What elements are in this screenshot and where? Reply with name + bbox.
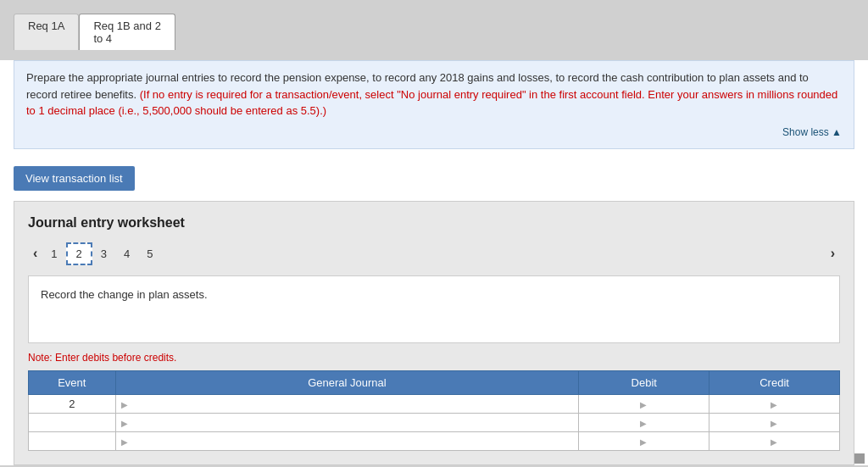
- table-row: 2: [29, 394, 840, 413]
- event-cell-3: [29, 431, 116, 450]
- tab-req1b-label: Req 1B and 2to 4: [93, 19, 161, 45]
- worksheet-title: Journal entry worksheet: [28, 215, 840, 231]
- table-row: [29, 413, 840, 431]
- page-2[interactable]: 2: [66, 242, 92, 265]
- col-general-journal: General Journal: [115, 370, 579, 394]
- note-text: Note: Enter debits before credits.: [28, 352, 840, 364]
- tabs-container: Req 1A Req 1B and 2to 4: [0, 7, 868, 50]
- view-transaction-button[interactable]: View transaction list: [14, 166, 135, 191]
- record-description-box: Record the change in plan assets.: [28, 275, 840, 343]
- page-1[interactable]: 1: [42, 244, 65, 264]
- instruction-box: Prepare the appropriate journal entries …: [14, 60, 854, 149]
- debit-cell-3[interactable]: [579, 431, 709, 450]
- col-event: Event: [29, 370, 116, 394]
- table-row: [29, 431, 840, 450]
- instruction-red: (If no entry is required for a transacti…: [26, 88, 837, 118]
- page-3[interactable]: 3: [92, 244, 115, 264]
- main-content: Prepare the appropriate journal entries …: [0, 60, 868, 465]
- resize-handle[interactable]: [854, 453, 865, 464]
- tab-req1a-label: Req 1A: [28, 19, 64, 32]
- show-less-link[interactable]: Show less ▲: [26, 125, 842, 140]
- col-credit: Credit: [709, 370, 840, 394]
- gj-cell-3[interactable]: [115, 431, 579, 450]
- debit-cell-1[interactable]: [579, 394, 709, 413]
- tab-req1b[interactable]: Req 1B and 2to 4: [79, 14, 175, 50]
- page-nav: ‹ 1 2 3 4 5 ›: [28, 242, 840, 265]
- event-cell-2: [29, 413, 116, 431]
- tab-req1a[interactable]: Req 1A: [14, 14, 79, 50]
- journal-table: Event General Journal Debit Credit 2: [28, 370, 840, 451]
- worksheet-container: Journal entry worksheet ‹ 1 2 3 4 5 › Re…: [14, 201, 854, 465]
- gj-cell-1[interactable]: [115, 394, 579, 413]
- credit-cell-3[interactable]: [709, 431, 840, 450]
- gj-cell-2[interactable]: [115, 413, 579, 431]
- prev-page-arrow[interactable]: ‹: [28, 244, 42, 263]
- view-transaction-label: View transaction list: [25, 172, 123, 185]
- event-cell-1: 2: [29, 394, 116, 413]
- debit-cell-2[interactable]: [579, 413, 709, 431]
- credit-cell-1[interactable]: [709, 394, 840, 413]
- page-5[interactable]: 5: [138, 244, 161, 264]
- record-text: Record the change in plan assets.: [41, 288, 208, 301]
- credit-cell-2[interactable]: [709, 413, 840, 431]
- next-page-arrow[interactable]: ›: [826, 244, 840, 263]
- show-less-label: Show less ▲: [782, 126, 842, 138]
- page-4[interactable]: 4: [115, 244, 138, 264]
- top-bar: [0, 0, 868, 7]
- col-debit: Debit: [579, 370, 709, 394]
